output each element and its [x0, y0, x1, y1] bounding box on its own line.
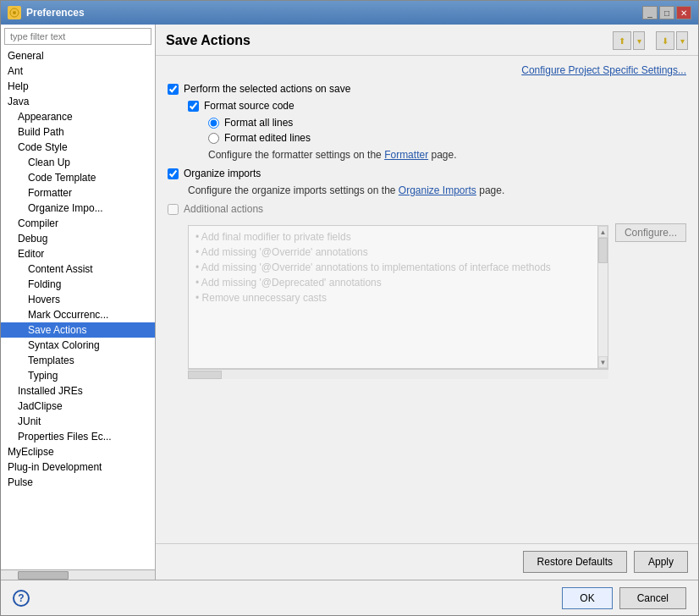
- ok-button[interactable]: OK: [562, 587, 612, 609]
- nav-forward-dropdown[interactable]: ▾: [676, 31, 688, 50]
- formatter-info-suffix: page.: [431, 149, 456, 161]
- apply-button[interactable]: Apply: [634, 551, 688, 573]
- sidebar-item-build-path[interactable]: Build Path: [1, 124, 155, 140]
- list-scroll-thumb[interactable]: [598, 238, 608, 263]
- list-scroll-down[interactable]: ▼: [598, 356, 608, 368]
- list-horiz-thumb[interactable]: [188, 371, 222, 379]
- sidebar-item-code-template[interactable]: Code Template: [1, 170, 155, 185]
- additional-actions-checkbox[interactable]: [168, 204, 179, 215]
- perform-checkbox[interactable]: [168, 84, 179, 95]
- sidebar-item-typing[interactable]: Typing: [1, 368, 155, 383]
- action-item: • Add final modifier to private fields: [192, 229, 594, 245]
- list-scroll-up[interactable]: ▲: [598, 226, 608, 238]
- format-source-checkbox-row: Format source code: [188, 100, 686, 112]
- format-edited-radio-row: Format edited lines: [208, 132, 686, 144]
- formatter-link[interactable]: Formatter: [384, 149, 428, 161]
- sidebar: GeneralAntHelpJavaAppearanceBuild PathCo…: [1, 25, 156, 580]
- minimize-button[interactable]: _: [642, 6, 658, 19]
- sidebar-item-debug[interactable]: Debug: [1, 231, 155, 246]
- perform-checkbox-row: Perform the selected actions on save: [168, 83, 686, 95]
- organize-imports-link[interactable]: Organize Imports: [399, 184, 476, 196]
- sidebar-item-folding[interactable]: Folding: [1, 277, 155, 292]
- additional-actions-label: Additional actions: [184, 203, 263, 215]
- nav-back-button[interactable]: ⬆: [613, 31, 631, 50]
- sidebar-item-java[interactable]: Java: [1, 94, 155, 109]
- restore-defaults-button[interactable]: Restore Defaults: [523, 551, 627, 573]
- sidebar-item-plugin-development[interactable]: Plug-in Development: [1, 459, 155, 475]
- list-scroll-track: [598, 238, 608, 356]
- sidebar-item-pulse[interactable]: Pulse: [1, 475, 155, 490]
- organize-imports-checkbox[interactable]: [168, 168, 179, 179]
- close-button[interactable]: ✕: [676, 6, 691, 19]
- format-all-label: Format all lines: [224, 117, 293, 129]
- list-scrollbar[interactable]: ▲ ▼: [597, 226, 608, 368]
- sidebar-item-formatter[interactable]: Formatter: [1, 185, 155, 201]
- window-title: Preferences: [26, 7, 85, 19]
- preferences-icon: [8, 6, 21, 19]
- format-source-label: Format source code: [204, 100, 294, 112]
- sidebar-item-organize-imports[interactable]: Organize Impo...: [1, 201, 155, 216]
- sidebar-scroll-thumb[interactable]: [18, 571, 69, 580]
- format-edited-radio[interactable]: [208, 133, 219, 144]
- nav-forward-button[interactable]: ⬇: [656, 31, 674, 50]
- panel-nav: ⬆ ▾ ⬇ ▾: [613, 31, 688, 50]
- maximize-button[interactable]: □: [659, 6, 674, 19]
- nav-back-dropdown[interactable]: ▾: [633, 31, 645, 50]
- cancel-button[interactable]: Cancel: [619, 587, 686, 609]
- action-item: • Add missing '@Override' annotations to…: [192, 260, 594, 275]
- sidebar-item-save-actions[interactable]: Save Actions: [1, 322, 155, 338]
- organize-info-text: Configure the organize imports settings …: [188, 184, 686, 196]
- sidebar-item-mark-occurrences[interactable]: Mark Occurrenc...: [1, 307, 155, 322]
- format-edited-label: Format edited lines: [224, 132, 311, 144]
- sidebar-item-installed-jres[interactable]: Installed JREs: [1, 383, 155, 399]
- actions-list-container: • Add final modifier to private fields• …: [188, 225, 608, 369]
- right-panel: Save Actions ⬆ ▾ ⬇ ▾ Configure Project S…: [156, 25, 698, 580]
- format-all-radio-row: Format all lines: [208, 117, 686, 129]
- panel-title: Save Actions: [166, 33, 250, 48]
- sidebar-item-jadclipse[interactable]: JadClipse: [1, 399, 155, 414]
- config-link-row: Configure Project Specific Settings...: [168, 64, 686, 76]
- sidebar-item-hovers[interactable]: Hovers: [1, 292, 155, 307]
- panel-footer: Restore Defaults Apply: [156, 543, 698, 580]
- title-bar: Preferences _ □ ✕: [1, 1, 698, 25]
- format-all-radio[interactable]: [208, 118, 219, 129]
- configure-btn-container: Configure...: [615, 220, 686, 242]
- perform-checkbox-label: Perform the selected actions on save: [184, 83, 350, 95]
- sidebar-item-code-style[interactable]: Code Style: [1, 140, 155, 155]
- title-bar-left: Preferences: [8, 6, 85, 19]
- sidebar-item-editor[interactable]: Editor: [1, 246, 155, 261]
- additional-actions-checkbox-row: Additional actions: [168, 203, 686, 215]
- help-button[interactable]: ?: [13, 590, 30, 607]
- filter-input[interactable]: [4, 28, 151, 45]
- configure-button[interactable]: Configure...: [615, 223, 686, 242]
- action-item: • Add missing '@Deprecated' annotations: [192, 275, 594, 290]
- format-source-checkbox[interactable]: [188, 101, 199, 112]
- sidebar-item-syntax-coloring[interactable]: Syntax Coloring: [1, 338, 155, 353]
- sidebar-item-appearance[interactable]: Appearance: [1, 109, 155, 124]
- list-horiz-scroll[interactable]: [188, 369, 608, 379]
- formatter-info-text: Configure the formatter settings on the …: [208, 149, 686, 161]
- title-bar-controls: _ □ ✕: [642, 6, 691, 19]
- sidebar-item-junit[interactable]: JUnit: [1, 414, 155, 429]
- sidebar-item-help[interactable]: Help: [1, 79, 155, 94]
- bottom-right-buttons: OK Cancel: [562, 587, 686, 609]
- sidebar-item-properties-files[interactable]: Properties Files Ec...: [1, 429, 155, 444]
- organize-info-suffix: page.: [479, 184, 504, 196]
- sidebar-item-general[interactable]: General: [1, 48, 155, 63]
- organize-imports-label: Organize imports: [184, 168, 261, 179]
- format-radios: Format all lines Format edited lines: [208, 117, 686, 144]
- sidebar-scrollbar[interactable]: [1, 569, 155, 580]
- sidebar-item-ant[interactable]: Ant: [1, 63, 155, 79]
- configure-project-link[interactable]: Configure Project Specific Settings...: [521, 64, 686, 76]
- tree-area: GeneralAntHelpJavaAppearanceBuild PathCo…: [1, 48, 155, 569]
- panel-header: Save Actions ⬆ ▾ ⬇ ▾: [156, 25, 698, 56]
- sidebar-item-content-assist[interactable]: Content Assist: [1, 261, 155, 277]
- sidebar-item-clean-up[interactable]: Clean Up: [1, 155, 155, 170]
- formatter-info-prefix: Configure the formatter settings on the: [208, 149, 382, 161]
- sidebar-item-compiler[interactable]: Compiler: [1, 216, 155, 231]
- sidebar-item-templates[interactable]: Templates: [1, 353, 155, 368]
- panel-body: Configure Project Specific Settings... P…: [156, 56, 698, 543]
- action-item: • Remove unnecessary casts: [192, 290, 594, 305]
- svg-point-1: [13, 11, 16, 14]
- sidebar-item-myeclipse[interactable]: MyEclipse: [1, 444, 155, 459]
